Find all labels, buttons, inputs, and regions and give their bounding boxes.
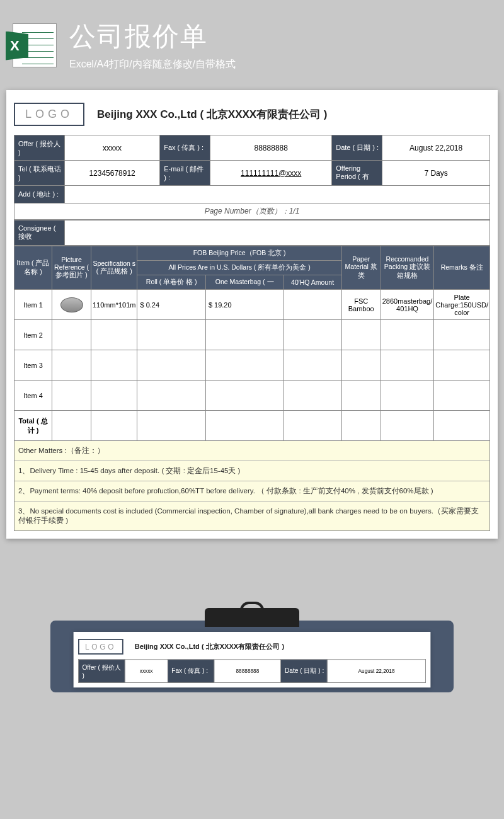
col-fob-top: FOB Beijing Price（FOB 北京 ) bbox=[137, 246, 341, 261]
page-subtitle: Excel/A4打印/内容随意修改/自带格式 bbox=[69, 58, 236, 71]
cell-spec[interactable] bbox=[91, 381, 137, 411]
cell-remarks[interactable]: Plate Charge:150USD/ color bbox=[434, 290, 490, 320]
excel-icon bbox=[13, 23, 57, 67]
quotation-document: LOGO Beijing XXX Co.,Ltd ( 北京XXXX有限责任公司 … bbox=[6, 90, 498, 539]
cell-one[interactable] bbox=[205, 320, 284, 350]
offer-value[interactable]: xxxxx bbox=[65, 135, 160, 161]
clipboard-clip-icon bbox=[205, 608, 299, 627]
cell-roll[interactable] bbox=[137, 350, 205, 381]
cell-paper[interactable]: FSC Bamboo bbox=[341, 290, 381, 320]
product-image-icon bbox=[60, 297, 83, 312]
address-label: Add ( 地址 ) : bbox=[14, 186, 65, 203]
page-header: 公司报价单 Excel/A4打印/内容随意修改/自带格式 bbox=[0, 0, 504, 84]
consignee-label: Consignee ( 接收 bbox=[14, 220, 65, 246]
cell-picture[interactable] bbox=[52, 290, 91, 320]
email-label: E-mail ( 邮件 ) : bbox=[160, 161, 210, 186]
address-value[interactable] bbox=[65, 186, 490, 203]
cell-remarks[interactable] bbox=[434, 320, 490, 350]
cell-pack[interactable] bbox=[381, 381, 434, 411]
thumb-company: Beijing XXX Co.,Ltd ( 北京XXXX有限责任公司 ) bbox=[135, 642, 284, 652]
date-value[interactable]: August 22,2018 bbox=[382, 135, 490, 161]
cell-remarks[interactable] bbox=[434, 381, 490, 411]
table-row: Item 3 bbox=[14, 350, 490, 381]
col-packing: Reccomanded Packing 建议装箱规格 bbox=[381, 246, 434, 290]
cell-pack[interactable]: 2860masterbag/ 401HQ bbox=[381, 290, 434, 320]
total-label: Total ( 总计 ) bbox=[14, 411, 52, 441]
notes-section: Other Matters :（备注：） 1、Delivery Time : 1… bbox=[14, 441, 490, 531]
col-spec: Specification s ( 产品规格 ) bbox=[91, 246, 137, 290]
cell-hq[interactable] bbox=[284, 381, 341, 411]
table-row: Item 2 bbox=[14, 320, 490, 350]
cell-spec[interactable]: 110mm*101m bbox=[91, 290, 137, 320]
table-row: Item 4 bbox=[14, 381, 490, 411]
cell-roll[interactable] bbox=[137, 381, 205, 411]
page-title: 公司报价单 bbox=[69, 19, 236, 54]
page-number: Page Number（页数）：1/1 bbox=[14, 203, 490, 220]
period-value[interactable]: 7 Days bbox=[382, 161, 490, 186]
cell-pack[interactable] bbox=[381, 350, 434, 381]
logo-placeholder: LOGO bbox=[14, 103, 84, 126]
cell-hq[interactable] bbox=[284, 320, 341, 350]
col-roll: Roll ( 单卷价 格 ) bbox=[137, 275, 205, 290]
cell-one[interactable] bbox=[205, 381, 284, 411]
col-hq: 40'HQ Amount bbox=[284, 275, 341, 290]
cell-one[interactable] bbox=[205, 350, 284, 381]
cell-picture[interactable] bbox=[52, 320, 91, 350]
note-3: 3、No special documents cost is included … bbox=[14, 501, 490, 530]
fax-label: Fax ( 传真 ) : bbox=[160, 135, 210, 161]
consignee-value[interactable] bbox=[65, 220, 490, 246]
cell-spec[interactable] bbox=[91, 350, 137, 381]
cell-hq[interactable] bbox=[284, 350, 341, 381]
notes-title: Other Matters :（备注：） bbox=[14, 441, 490, 461]
cell-paper[interactable] bbox=[341, 381, 381, 411]
cell-picture[interactable] bbox=[52, 381, 91, 411]
cell-picture[interactable] bbox=[52, 350, 91, 381]
cell-paper[interactable] bbox=[341, 350, 381, 381]
email-value[interactable]: 111111111@xxxx bbox=[210, 161, 332, 186]
clipboard-preview: LOGO Beijing XXX Co.,Ltd ( 北京XXXX有限责任公司 … bbox=[50, 608, 454, 692]
cell-paper[interactable] bbox=[341, 320, 381, 350]
date-label: Date ( 日期 ) : bbox=[332, 135, 382, 161]
fax-value[interactable]: 88888888 bbox=[210, 135, 332, 161]
tel-label: Tel ( 联系电话 ) bbox=[14, 161, 65, 186]
table-row: Item 1110mm*101m$ 0.24$ 19.20FSC Bamboo2… bbox=[14, 290, 490, 320]
col-remarks: Remarks 备注 bbox=[434, 246, 490, 290]
cell-item[interactable]: Item 4 bbox=[14, 381, 52, 411]
cell-item[interactable]: Item 1 bbox=[14, 290, 52, 320]
cell-pack[interactable] bbox=[381, 320, 434, 350]
cell-hq[interactable] bbox=[284, 290, 341, 320]
cell-one[interactable]: $ 19.20 bbox=[205, 290, 284, 320]
col-paper: Paper Material 浆类 bbox=[341, 246, 381, 290]
thumb-logo: LOGO bbox=[78, 639, 123, 655]
cell-roll[interactable] bbox=[137, 320, 205, 350]
cell-item[interactable]: Item 3 bbox=[14, 350, 52, 381]
note-2: 2、Payment terms: 40% deposit before prof… bbox=[14, 481, 490, 501]
company-name: Beijing XXX Co.,Ltd ( 北京XXXX有限责任公司 ) bbox=[97, 107, 328, 122]
tel-value[interactable]: 12345678912 bbox=[65, 161, 160, 186]
cell-remarks[interactable] bbox=[434, 350, 490, 381]
col-picture: Picture Reference ( 参考图片 ) bbox=[52, 246, 91, 290]
info-table: Offer ( 报价人 ) xxxxx Fax ( 传真 ) : 8888888… bbox=[14, 135, 490, 203]
col-one: One Masterbag ( 一 bbox=[205, 275, 284, 290]
cell-item[interactable]: Item 2 bbox=[14, 320, 52, 350]
col-fob-sub: All Prices Are in U.S. Dollars ( 所有单价为美金… bbox=[137, 261, 341, 275]
offer-label: Offer ( 报价人 ) bbox=[14, 135, 65, 161]
items-table: Item ( 产品名称 ) Picture Reference ( 参考图片 )… bbox=[14, 246, 490, 441]
period-label: Offering Period ( 有 bbox=[332, 161, 382, 186]
note-1: 1、Delivery Time : 15-45 days after depos… bbox=[14, 461, 490, 481]
cell-roll[interactable]: $ 0.24 bbox=[137, 290, 205, 320]
cell-spec[interactable] bbox=[91, 320, 137, 350]
col-item: Item ( 产品名称 ) bbox=[14, 246, 52, 290]
